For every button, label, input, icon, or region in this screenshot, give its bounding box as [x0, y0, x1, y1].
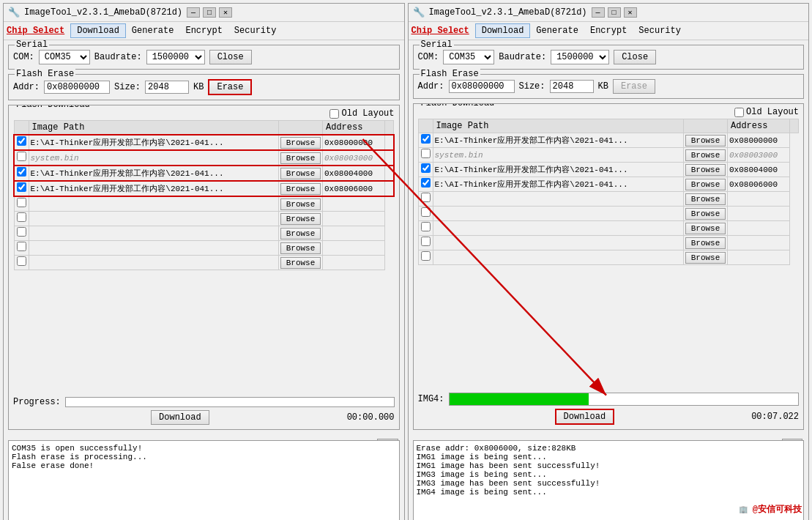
erase-btn-1[interactable]: Erase — [208, 79, 252, 95]
browse-btn-1-4[interactable]: Browse — [280, 198, 321, 210]
browse-btn-2-7[interactable]: Browse — [685, 237, 726, 249]
table-row: E:\AI-Thinker应用开发部工作内容\2021-041... Brows… — [14, 135, 394, 150]
row-check-1-6[interactable] — [17, 227, 26, 237]
watermark: 🏢 @安信可科技 — [739, 503, 802, 516]
restore-btn-2[interactable]: □ — [608, 7, 621, 18]
flash-erase-group-2: Flash Erase Addr: Size: KB Erase — [413, 74, 805, 99]
old-layout-checkbox-1[interactable] — [329, 109, 339, 119]
row-check-1-0[interactable] — [17, 136, 26, 146]
log-area-1[interactable]: COM35 is open successfully! Flash erase … — [8, 440, 400, 520]
restore-btn-1[interactable]: □ — [203, 7, 216, 18]
menu-generate-1[interactable]: Generate — [126, 24, 180, 37]
erase-btn-2[interactable]: Erase — [613, 79, 655, 94]
flash-erase-label-2: Flash Erase — [420, 69, 480, 79]
app-icon-1: 🔧 — [8, 7, 20, 18]
row-check-2-2[interactable] — [421, 163, 431, 173]
col-check-1 — [14, 121, 29, 135]
old-layout-label-2: Old Layout — [746, 107, 799, 117]
browse-btn-2-6[interactable]: Browse — [685, 223, 726, 234]
menu-security-2[interactable]: Security — [633, 24, 687, 37]
baudrate-label-1: Baudrate: — [94, 52, 142, 62]
menu-encrypt-1[interactable]: Encrypt — [179, 24, 228, 37]
flash-table-1: Image Path Address E:\AI-Thinker应用开发部工作内… — [13, 120, 395, 270]
close-serial-btn-1[interactable]: Close — [209, 50, 252, 64]
flash-table-container-1[interactable]: Image Path Address E:\AI-Thinker应用开发部工作内… — [13, 120, 395, 394]
img4-fill-2 — [450, 393, 589, 405]
log-wrapper-1: ··· COM35 is open successfully! Flash er… — [8, 437, 400, 518]
row-check-2-8[interactable] — [421, 251, 431, 261]
minimize-btn-1[interactable]: — — [187, 7, 200, 18]
row-check-1-7[interactable] — [17, 242, 26, 251]
flash-table-container-2[interactable]: Image Path Address E:\AI-Thinker应用开发部工作内… — [418, 119, 800, 390]
table-row: Browse — [14, 241, 394, 256]
col-path-2: Image Path — [433, 119, 684, 133]
main-container: 🔧 ImageTool_v2.3.1_AmebaD(8721d) — □ ✕ C… — [3, 3, 809, 520]
row-check-2-0[interactable] — [421, 134, 431, 144]
browse-btn-1-0[interactable]: Browse — [280, 137, 321, 149]
row-check-2-3[interactable] — [421, 178, 431, 187]
menu-security-1[interactable]: Security — [228, 24, 283, 37]
row-check-1-4[interactable] — [17, 198, 26, 207]
old-layout-check-2: Old Layout — [734, 107, 799, 117]
progress-bar-1 — [65, 397, 395, 407]
menu-encrypt-2[interactable]: Encrypt — [584, 24, 633, 37]
row-check-1-1[interactable] — [17, 152, 26, 161]
row-check-2-4[interactable] — [421, 193, 431, 202]
download-btn-2[interactable]: Download — [555, 409, 615, 425]
row-check-2-7[interactable] — [421, 237, 431, 246]
browse-btn-1-5[interactable]: Browse — [280, 213, 321, 225]
browse-btn-2-0[interactable]: Browse — [685, 135, 726, 146]
menu-generate-2[interactable]: Generate — [530, 24, 584, 37]
old-layout-checkbox-2[interactable] — [734, 108, 744, 117]
menu-download-2[interactable]: Download — [475, 23, 531, 38]
menu-download-1[interactable]: Download — [70, 23, 126, 38]
row-check-2-5[interactable] — [421, 207, 431, 217]
table-row: Browse — [418, 221, 799, 236]
browse-btn-1-7[interactable]: Browse — [280, 242, 321, 254]
browse-btn-2-4[interactable]: Browse — [685, 193, 726, 205]
table-row: Browse — [14, 226, 394, 241]
com-select-2[interactable]: COM35 — [443, 50, 494, 64]
download-row-1: Download 00:00.000 — [13, 410, 395, 425]
table-row: Browse — [418, 250, 799, 265]
browse-btn-2-8[interactable]: Browse — [685, 252, 726, 264]
close-serial-btn-2[interactable]: Close — [614, 50, 656, 64]
browse-btn-2-5[interactable]: Browse — [685, 208, 726, 220]
download-btn-1[interactable]: Download — [151, 410, 209, 425]
size-input-2[interactable] — [550, 80, 594, 93]
flash-download-label-1: Flash Download — [15, 105, 92, 110]
size-input-1[interactable] — [145, 81, 189, 94]
row-check-2-6[interactable] — [421, 222, 431, 231]
browse-btn-2-2[interactable]: Browse — [685, 164, 726, 176]
close-btn-2[interactable]: ✕ — [624, 7, 637, 18]
row-check-1-8[interactable] — [17, 256, 26, 266]
browse-btn-1-2[interactable]: Browse — [280, 168, 321, 179]
img4-label-2: IMG4: — [418, 394, 444, 404]
close-btn-1[interactable]: ✕ — [219, 7, 232, 18]
browse-btn-2-1[interactable]: Browse — [685, 149, 726, 161]
browse-btn-1-8[interactable]: Browse — [280, 257, 321, 269]
row-check-1-5[interactable] — [17, 212, 26, 222]
browse-btn-1-1[interactable]: Browse — [280, 152, 321, 164]
flash-download-group-1: Flash Download Old Layout Image Path — [8, 105, 400, 430]
serial-group-2: Serial COM: COM35 Baudrate: 1500000 Clos… — [413, 45, 805, 70]
content-1: Serial COM: COM35 Baudrate: 1500000 Clos… — [4, 40, 404, 520]
row-check-2-1[interactable] — [421, 149, 431, 158]
browse-btn-1-3[interactable]: Browse — [280, 183, 321, 195]
browse-btn-1-6[interactable]: Browse — [280, 228, 321, 239]
col-addr-2: Address — [728, 119, 790, 133]
row-check-1-2[interactable] — [17, 167, 26, 177]
baudrate-select-1[interactable]: 1500000 — [146, 50, 205, 64]
chip-select-2[interactable]: Chip Select — [411, 26, 469, 36]
size-unit-1: KB — [193, 82, 204, 92]
addr-input-1[interactable] — [44, 81, 110, 94]
addr-input-2[interactable] — [449, 80, 515, 93]
table-row: Browse — [14, 196, 394, 212]
row-check-1-3[interactable] — [17, 182, 26, 192]
baudrate-select-2[interactable]: 1500000 — [551, 50, 609, 64]
minimize-btn-2[interactable]: — — [592, 7, 605, 18]
com-select-1[interactable]: COM35 — [39, 50, 90, 64]
chip-select-1[interactable]: Chip Select — [7, 26, 64, 36]
baudrate-label-2: Baudrate: — [499, 52, 546, 62]
browse-btn-2-3[interactable]: Browse — [685, 179, 726, 190]
